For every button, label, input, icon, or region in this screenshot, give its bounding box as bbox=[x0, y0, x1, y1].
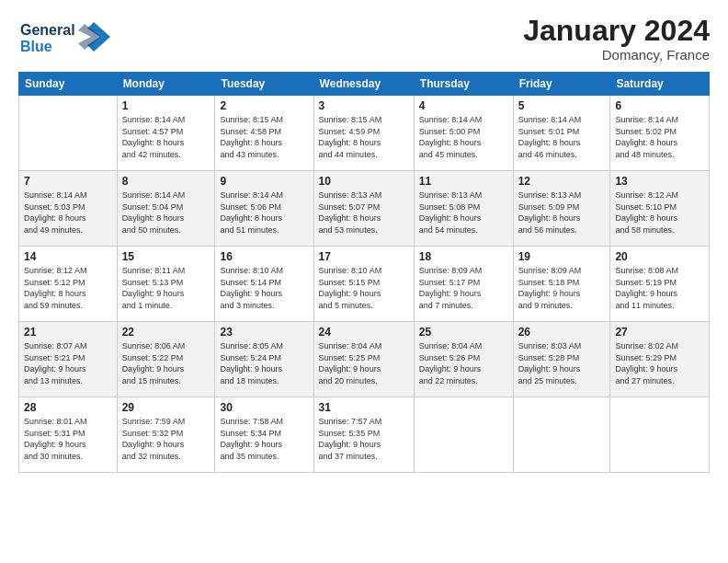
table-row: 7Sunrise: 8:14 AM Sunset: 5:03 PM Daylig… bbox=[19, 171, 118, 247]
day-info: Sunrise: 8:12 AM Sunset: 5:12 PM Dayligh… bbox=[24, 265, 112, 311]
header-wednesday: Wednesday bbox=[313, 73, 414, 96]
day-info: Sunrise: 8:14 AM Sunset: 5:02 PM Dayligh… bbox=[615, 114, 704, 160]
calendar-week-row: 1Sunrise: 8:14 AM Sunset: 4:57 PM Daylig… bbox=[19, 96, 710, 171]
calendar-week-row: 28Sunrise: 8:01 AM Sunset: 5:31 PM Dayli… bbox=[19, 397, 710, 473]
table-row: 3Sunrise: 8:15 AM Sunset: 4:59 PM Daylig… bbox=[313, 96, 414, 171]
table-row: 16Sunrise: 8:10 AM Sunset: 5:14 PM Dayli… bbox=[215, 247, 313, 322]
day-number: 16 bbox=[220, 250, 308, 263]
calendar-subtitle: Domancy, France bbox=[523, 47, 710, 63]
svg-text:General: General bbox=[20, 22, 75, 38]
table-row: 26Sunrise: 8:03 AM Sunset: 5:28 PM Dayli… bbox=[513, 322, 610, 397]
table-row bbox=[414, 397, 513, 473]
table-row: 27Sunrise: 8:02 AM Sunset: 5:29 PM Dayli… bbox=[610, 322, 710, 397]
logo: General Blue bbox=[18, 15, 110, 63]
day-info: Sunrise: 8:13 AM Sunset: 5:07 PM Dayligh… bbox=[319, 190, 409, 236]
day-info: Sunrise: 8:09 AM Sunset: 5:17 PM Dayligh… bbox=[419, 265, 508, 311]
day-number: 13 bbox=[615, 175, 704, 188]
day-number: 1 bbox=[122, 99, 210, 112]
title-block: January 2024 Domancy, France bbox=[523, 15, 710, 63]
day-info: Sunrise: 8:14 AM Sunset: 5:00 PM Dayligh… bbox=[419, 114, 508, 160]
table-row bbox=[610, 397, 710, 473]
header-friday: Friday bbox=[513, 73, 610, 96]
day-number: 14 bbox=[24, 250, 112, 263]
day-info: Sunrise: 8:03 AM Sunset: 5:28 PM Dayligh… bbox=[518, 340, 606, 386]
day-number: 26 bbox=[518, 326, 606, 339]
svg-text:Blue: Blue bbox=[20, 39, 52, 54]
page-header: General Blue January 2024 Domancy, Franc… bbox=[18, 15, 710, 63]
day-info: Sunrise: 8:10 AM Sunset: 5:15 PM Dayligh… bbox=[319, 265, 409, 311]
day-number: 3 bbox=[319, 99, 409, 112]
day-number: 21 bbox=[24, 326, 112, 339]
day-info: Sunrise: 8:02 AM Sunset: 5:29 PM Dayligh… bbox=[615, 340, 704, 386]
day-info: Sunrise: 8:13 AM Sunset: 5:08 PM Dayligh… bbox=[419, 190, 508, 236]
day-number: 7 bbox=[24, 175, 112, 188]
day-number: 2 bbox=[220, 99, 308, 112]
day-number: 17 bbox=[319, 250, 409, 263]
header-sunday: Sunday bbox=[19, 73, 118, 96]
day-number: 12 bbox=[518, 175, 606, 188]
table-row: 14Sunrise: 8:12 AM Sunset: 5:12 PM Dayli… bbox=[19, 247, 118, 322]
day-number: 29 bbox=[122, 401, 210, 414]
day-number: 5 bbox=[518, 99, 606, 112]
table-row bbox=[513, 397, 610, 473]
day-number: 22 bbox=[122, 326, 210, 339]
day-number: 30 bbox=[220, 401, 308, 414]
calendar-header-row: Sunday Monday Tuesday Wednesday Thursday… bbox=[19, 73, 710, 96]
day-info: Sunrise: 7:58 AM Sunset: 5:34 PM Dayligh… bbox=[220, 416, 308, 462]
day-info: Sunrise: 8:09 AM Sunset: 5:18 PM Dayligh… bbox=[518, 265, 606, 311]
table-row: 31Sunrise: 7:57 AM Sunset: 5:35 PM Dayli… bbox=[313, 397, 414, 473]
day-number: 28 bbox=[24, 401, 112, 414]
day-info: Sunrise: 8:04 AM Sunset: 5:26 PM Dayligh… bbox=[419, 340, 508, 386]
day-number: 11 bbox=[419, 175, 508, 188]
header-thursday: Thursday bbox=[414, 73, 513, 96]
table-row: 19Sunrise: 8:09 AM Sunset: 5:18 PM Dayli… bbox=[513, 247, 610, 322]
table-row bbox=[19, 96, 118, 171]
day-number: 9 bbox=[220, 175, 308, 188]
day-number: 20 bbox=[615, 250, 704, 263]
day-info: Sunrise: 8:11 AM Sunset: 5:13 PM Dayligh… bbox=[122, 265, 210, 311]
table-row: 25Sunrise: 8:04 AM Sunset: 5:26 PM Dayli… bbox=[414, 322, 513, 397]
day-info: Sunrise: 8:14 AM Sunset: 5:03 PM Dayligh… bbox=[24, 190, 112, 236]
table-row: 28Sunrise: 8:01 AM Sunset: 5:31 PM Dayli… bbox=[19, 397, 118, 473]
day-info: Sunrise: 8:13 AM Sunset: 5:09 PM Dayligh… bbox=[518, 190, 606, 236]
table-row: 30Sunrise: 7:58 AM Sunset: 5:34 PM Dayli… bbox=[215, 397, 313, 473]
table-row: 17Sunrise: 8:10 AM Sunset: 5:15 PM Dayli… bbox=[313, 247, 414, 322]
day-info: Sunrise: 7:57 AM Sunset: 5:35 PM Dayligh… bbox=[319, 416, 409, 462]
table-row: 5Sunrise: 8:14 AM Sunset: 5:01 PM Daylig… bbox=[513, 96, 610, 171]
table-row: 20Sunrise: 8:08 AM Sunset: 5:19 PM Dayli… bbox=[610, 247, 710, 322]
table-row: 29Sunrise: 7:59 AM Sunset: 5:32 PM Dayli… bbox=[117, 397, 215, 473]
day-info: Sunrise: 8:14 AM Sunset: 5:01 PM Dayligh… bbox=[518, 114, 606, 160]
table-row: 12Sunrise: 8:13 AM Sunset: 5:09 PM Dayli… bbox=[513, 171, 610, 247]
day-info: Sunrise: 8:06 AM Sunset: 5:22 PM Dayligh… bbox=[122, 340, 210, 386]
day-info: Sunrise: 7:59 AM Sunset: 5:32 PM Dayligh… bbox=[122, 416, 210, 462]
table-row: 1Sunrise: 8:14 AM Sunset: 4:57 PM Daylig… bbox=[117, 96, 215, 171]
table-row: 23Sunrise: 8:05 AM Sunset: 5:24 PM Dayli… bbox=[215, 322, 313, 397]
table-row: 8Sunrise: 8:14 AM Sunset: 5:04 PM Daylig… bbox=[117, 171, 215, 247]
table-row: 15Sunrise: 8:11 AM Sunset: 5:13 PM Dayli… bbox=[117, 247, 215, 322]
day-number: 19 bbox=[518, 250, 606, 263]
table-row: 9Sunrise: 8:14 AM Sunset: 5:06 PM Daylig… bbox=[215, 171, 313, 247]
calendar-week-row: 7Sunrise: 8:14 AM Sunset: 5:03 PM Daylig… bbox=[19, 171, 710, 247]
day-info: Sunrise: 8:14 AM Sunset: 5:04 PM Dayligh… bbox=[122, 190, 210, 236]
day-info: Sunrise: 8:15 AM Sunset: 4:59 PM Dayligh… bbox=[319, 114, 409, 160]
day-info: Sunrise: 8:05 AM Sunset: 5:24 PM Dayligh… bbox=[220, 340, 308, 386]
day-info: Sunrise: 8:07 AM Sunset: 5:21 PM Dayligh… bbox=[24, 340, 112, 386]
day-number: 24 bbox=[319, 326, 409, 339]
table-row: 6Sunrise: 8:14 AM Sunset: 5:02 PM Daylig… bbox=[610, 96, 710, 171]
table-row: 4Sunrise: 8:14 AM Sunset: 5:00 PM Daylig… bbox=[414, 96, 513, 171]
day-info: Sunrise: 8:12 AM Sunset: 5:10 PM Dayligh… bbox=[615, 190, 704, 236]
table-row: 11Sunrise: 8:13 AM Sunset: 5:08 PM Dayli… bbox=[414, 171, 513, 247]
day-info: Sunrise: 8:04 AM Sunset: 5:25 PM Dayligh… bbox=[319, 340, 409, 386]
header-tuesday: Tuesday bbox=[215, 73, 313, 96]
calendar-week-row: 14Sunrise: 8:12 AM Sunset: 5:12 PM Dayli… bbox=[19, 247, 710, 322]
calendar-week-row: 21Sunrise: 8:07 AM Sunset: 5:21 PM Dayli… bbox=[19, 322, 710, 397]
day-info: Sunrise: 8:01 AM Sunset: 5:31 PM Dayligh… bbox=[24, 416, 112, 462]
calendar-table: Sunday Monday Tuesday Wednesday Thursday… bbox=[18, 72, 710, 473]
calendar-title: January 2024 bbox=[523, 15, 710, 47]
logo-icon: General Blue bbox=[18, 15, 110, 59]
table-row: 2Sunrise: 8:15 AM Sunset: 4:58 PM Daylig… bbox=[215, 96, 313, 171]
table-row: 21Sunrise: 8:07 AM Sunset: 5:21 PM Dayli… bbox=[19, 322, 118, 397]
day-number: 8 bbox=[122, 175, 210, 188]
header-monday: Monday bbox=[117, 73, 215, 96]
header-saturday: Saturday bbox=[610, 73, 710, 96]
